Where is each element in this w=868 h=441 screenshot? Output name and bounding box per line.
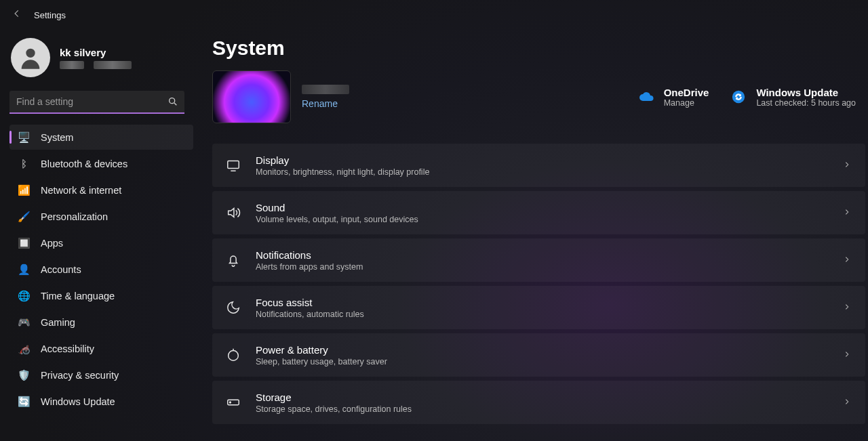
sidebar-item-label: System bbox=[41, 132, 73, 143]
setting-storage[interactable]: StorageStorage space, drives, configurat… bbox=[212, 381, 865, 424]
sidebar-item-label: Apps bbox=[41, 238, 63, 249]
storage-icon bbox=[224, 394, 242, 411]
sidebar-item-label: Personalization bbox=[41, 211, 108, 222]
page-title: System bbox=[212, 37, 868, 60]
chevron-right-icon bbox=[844, 397, 850, 408]
rename-link[interactable]: Rename bbox=[302, 98, 349, 109]
setting-title: Focus assist bbox=[256, 297, 364, 308]
search-wrap bbox=[9, 91, 193, 114]
setting-sub: Sleep, battery usage, battery saver bbox=[256, 357, 387, 366]
sidebar-item-privacy-security[interactable]: 🛡️Privacy & security bbox=[9, 362, 193, 387]
update-icon bbox=[729, 87, 748, 106]
sidebar-item-gaming[interactable]: 🎮Gaming bbox=[9, 310, 193, 335]
setting-notifications[interactable]: NotificationsAlerts from apps and system bbox=[212, 238, 865, 282]
search-input[interactable] bbox=[9, 91, 184, 114]
device-row: Rename OneDrive Manage bbox=[212, 70, 868, 123]
power-battery-icon bbox=[224, 346, 242, 364]
sidebar-item-apps[interactable]: 🔲Apps bbox=[9, 230, 193, 255]
accessibility-icon: 🦽 bbox=[18, 343, 30, 355]
profile-sub bbox=[60, 61, 132, 69]
sidebar-item-bluetooth-devices[interactable]: ᛒBluetooth & devices bbox=[9, 151, 193, 176]
onedrive-sub: Manage bbox=[664, 98, 709, 108]
nav: 🖥️SystemᛒBluetooth & devices📶Network & i… bbox=[9, 125, 193, 414]
display-icon bbox=[224, 156, 242, 174]
setting-sub: Volume levels, output, input, sound devi… bbox=[256, 215, 418, 224]
setting-sound[interactable]: SoundVolume levels, output, input, sound… bbox=[212, 191, 865, 234]
profile-block[interactable]: kk silvery bbox=[9, 38, 193, 87]
sidebar-item-label: Accounts bbox=[41, 264, 81, 275]
network-internet-icon: 📶 bbox=[18, 184, 30, 196]
sound-icon bbox=[224, 204, 242, 222]
titlebar: Settings bbox=[0, 0, 868, 30]
sidebar: kk silvery 🖥️SystemᛒBluetooth & devices📶… bbox=[0, 30, 200, 441]
sidebar-item-label: Network & internet bbox=[41, 185, 121, 196]
setting-display[interactable]: DisplayMonitors, brightness, night light… bbox=[212, 144, 865, 187]
setting-sub: Notifications, automatic rules bbox=[256, 310, 364, 319]
time-language-icon: 🌐 bbox=[18, 290, 30, 302]
chevron-right-icon bbox=[844, 350, 850, 361]
accounts-icon: 👤 bbox=[18, 264, 30, 276]
setting-sub: Alerts from apps and system bbox=[256, 262, 363, 272]
bluetooth-devices-icon: ᛒ bbox=[18, 158, 30, 170]
svg-point-2 bbox=[732, 91, 745, 103]
update-sub: Last checked: 5 hours ago bbox=[756, 98, 856, 108]
focus-assist-icon bbox=[224, 299, 242, 316]
chevron-right-icon bbox=[844, 255, 850, 266]
cloud-icon bbox=[637, 87, 656, 106]
windows-update-icon: 🔄 bbox=[18, 396, 30, 408]
setting-title: Notifications bbox=[256, 249, 363, 261]
sidebar-item-label: Bluetooth & devices bbox=[41, 159, 127, 169]
chevron-right-icon bbox=[844, 160, 850, 171]
update-title: Windows Update bbox=[756, 87, 856, 98]
setting-sub: Storage space, drives, configuration rul… bbox=[256, 404, 412, 414]
app-title: Settings bbox=[34, 10, 66, 20]
sidebar-item-label: Windows Update bbox=[41, 396, 115, 407]
sidebar-item-network-internet[interactable]: 📶Network & internet bbox=[9, 177, 193, 203]
setting-sub: Monitors, brightness, night light, displ… bbox=[256, 167, 429, 177]
sidebar-item-label: Time & language bbox=[41, 291, 115, 301]
sidebar-item-accounts[interactable]: 👤Accounts bbox=[9, 257, 193, 282]
setting-title: Sound bbox=[256, 202, 418, 213]
sidebar-item-accessibility[interactable]: 🦽Accessibility bbox=[9, 336, 193, 361]
setting-title: Power & battery bbox=[256, 344, 387, 356]
svg-point-0 bbox=[26, 49, 35, 58]
device-info: Rename bbox=[302, 85, 349, 109]
setting-focus-assist[interactable]: Focus assistNotifications, automatic rul… bbox=[212, 286, 865, 329]
sidebar-item-label: Gaming bbox=[41, 317, 75, 328]
back-icon[interactable] bbox=[12, 9, 22, 21]
content: System Rename OneDrive Manage bbox=[200, 30, 868, 441]
profile-name: kk silvery bbox=[60, 47, 132, 58]
device-name-placeholder bbox=[302, 85, 349, 94]
svg-point-1 bbox=[170, 98, 175, 104]
windows-update-card[interactable]: Windows Update Last checked: 5 hours ago bbox=[729, 87, 856, 108]
privacy-security-icon: 🛡️ bbox=[18, 369, 30, 381]
sidebar-item-windows-update[interactable]: 🔄Windows Update bbox=[9, 389, 193, 414]
chevron-right-icon bbox=[844, 207, 850, 219]
setting-title: Storage bbox=[256, 392, 412, 403]
onedrive-card[interactable]: OneDrive Manage bbox=[637, 87, 709, 108]
personalization-icon: 🖌️ bbox=[18, 211, 30, 223]
avatar bbox=[11, 38, 50, 77]
sidebar-item-label: Accessibility bbox=[41, 343, 94, 354]
sidebar-item-system[interactable]: 🖥️System bbox=[9, 125, 193, 150]
onedrive-title: OneDrive bbox=[664, 87, 709, 98]
svg-rect-3 bbox=[228, 161, 239, 169]
apps-icon: 🔲 bbox=[18, 237, 30, 249]
gaming-icon: 🎮 bbox=[18, 316, 30, 329]
chevron-right-icon bbox=[844, 302, 850, 314]
device-thumbnail[interactable] bbox=[212, 70, 291, 123]
system-icon: 🖥️ bbox=[18, 131, 30, 144]
setting-power-battery[interactable]: Power & batterySleep, battery usage, bat… bbox=[212, 333, 865, 377]
setting-title: Display bbox=[256, 154, 429, 166]
sidebar-item-personalization[interactable]: 🖌️Personalization bbox=[9, 204, 193, 229]
sidebar-item-label: Privacy & security bbox=[41, 370, 119, 381]
sidebar-item-time-language[interactable]: 🌐Time & language bbox=[9, 283, 193, 308]
svg-point-6 bbox=[230, 402, 231, 403]
setting-list: DisplayMonitors, brightness, night light… bbox=[212, 144, 868, 424]
search-icon[interactable] bbox=[167, 96, 178, 110]
svg-point-4 bbox=[229, 351, 239, 361]
notifications-icon bbox=[224, 251, 242, 269]
